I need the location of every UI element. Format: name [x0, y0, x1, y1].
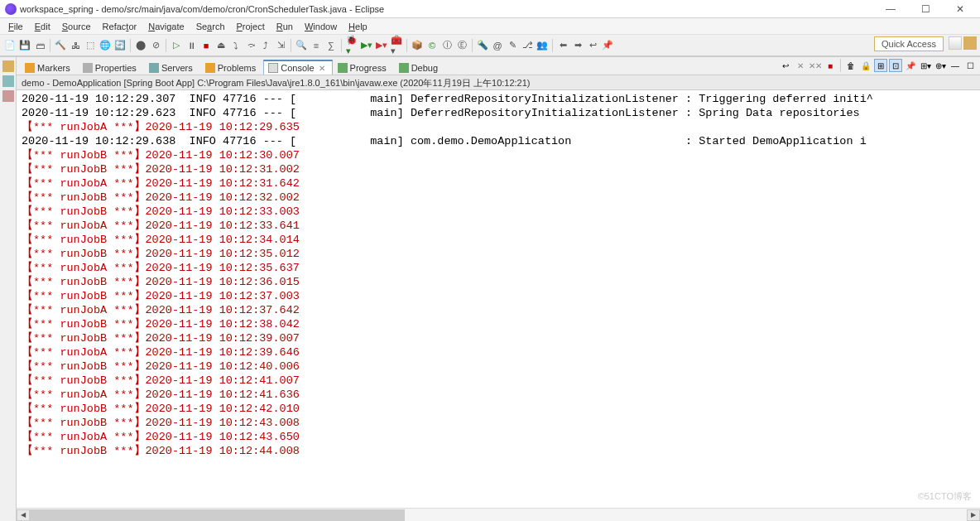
show-console-icon[interactable]: ⊞	[874, 59, 887, 72]
new-icon[interactable]: 📄	[3, 39, 17, 52]
restore-view-icon[interactable]	[2, 75, 14, 87]
clear-console-icon[interactable]: 🗑	[844, 59, 858, 72]
resume-icon[interactable]: ▷	[170, 39, 183, 52]
expressions-icon[interactable]: ∑	[324, 39, 338, 52]
scroll-track[interactable]	[30, 509, 967, 521]
task-icon[interactable]: ✎	[506, 39, 519, 52]
scroll-left-icon[interactable]: ◀	[17, 509, 30, 521]
save-icon[interactable]: 💾	[18, 39, 31, 52]
console-line: 【*** runJobA ***】2020-11-19 10:12:39.646	[22, 345, 975, 359]
debug-dropdown-icon[interactable]: 🐞▾	[345, 39, 358, 52]
console-line: 【*** runJobB ***】2020-11-19 10:12:39.007	[22, 331, 975, 345]
maximize-view-icon[interactable]: ☐	[963, 59, 977, 72]
drop-frame-icon[interactable]: ⇲	[274, 39, 287, 52]
pin-console-icon[interactable]: 📌	[904, 59, 917, 72]
team-icon[interactable]: 👥	[536, 39, 549, 52]
show-console-err-icon[interactable]: ⊡	[889, 59, 902, 72]
servers-icon[interactable]: 🖧	[69, 39, 82, 52]
console-line: 【*** runJobB ***】2020-11-19 10:12:43.008	[22, 416, 975, 430]
remove-launch-icon[interactable]: ✕	[794, 59, 807, 72]
breakpoint-icon[interactable]: ⬤	[134, 39, 147, 52]
run-dropdown-icon[interactable]: ▶▾	[360, 39, 373, 52]
tab-label: Debug	[411, 63, 438, 73]
pause-icon[interactable]: ⏸	[185, 39, 198, 52]
variables-icon[interactable]: ≡	[310, 39, 323, 52]
remove-all-icon[interactable]: ✕✕	[809, 59, 822, 72]
separator	[166, 39, 166, 52]
menu-file[interactable]: File	[3, 20, 28, 33]
restore-view-icon[interactable]	[2, 90, 14, 102]
minimize-button[interactable]: —	[879, 3, 902, 15]
new-class-icon[interactable]: ©	[425, 39, 439, 52]
open-type-icon[interactable]: 🔍	[295, 39, 308, 52]
close-tab-icon[interactable]: ✕	[319, 64, 325, 73]
tab-markers[interactable]: Markers	[20, 60, 78, 75]
disconnect-icon[interactable]: ⏏	[214, 39, 228, 52]
tab-label: Problems	[218, 63, 256, 73]
java-perspective-icon[interactable]	[963, 36, 977, 50]
display-selected-icon[interactable]: ⊞▾	[919, 59, 932, 72]
git-icon[interactable]: ⎇	[521, 39, 534, 52]
save-all-icon[interactable]: 🗃	[33, 39, 46, 52]
ext-tools-icon[interactable]: 🧰▾	[390, 39, 403, 52]
annotations-icon[interactable]: @	[491, 39, 504, 52]
menu-window[interactable]: Window	[300, 20, 342, 33]
menu-edit[interactable]: Edit	[30, 20, 55, 33]
menu-refactor[interactable]: Refactor	[98, 20, 142, 33]
menu-source[interactable]: Source	[57, 20, 96, 33]
close-button[interactable]: ✕	[949, 3, 972, 15]
open-perspective-icon[interactable]	[949, 36, 962, 50]
stop-icon[interactable]: ■	[199, 39, 213, 52]
menu-help[interactable]: Help	[343, 20, 372, 33]
scroll-thumb[interactable]	[30, 509, 405, 521]
console-output[interactable]: 2020-11-19 10:12:29.307 INFO 47716 --- […	[17, 90, 980, 508]
new-interface-icon[interactable]: Ⓘ	[440, 39, 454, 52]
terminate-icon[interactable]: ■	[824, 59, 837, 72]
step-over-icon[interactable]: ⤼	[244, 39, 257, 52]
console-line: 【*** runJobB ***】2020-11-19 10:12:33.003	[22, 205, 975, 219]
forward-icon[interactable]: ➡	[571, 39, 584, 52]
quick-access[interactable]: Quick Access	[874, 36, 944, 51]
search-icon[interactable]: 🔦	[476, 39, 489, 52]
tab-properties[interactable]: Properties	[78, 60, 144, 75]
maximize-button[interactable]: ☐	[914, 3, 937, 15]
console-line: 【*** runJobB ***】2020-11-19 10:12:38.042	[22, 317, 975, 331]
last-edit-icon[interactable]: ↩	[586, 39, 599, 52]
skip-bp-icon[interactable]: ⊘	[149, 39, 162, 52]
step-return-icon[interactable]: ⤴	[259, 39, 272, 52]
toggle-wrap-icon[interactable]: ↩	[779, 59, 792, 72]
open-console-icon[interactable]: ⊕▾	[934, 59, 947, 72]
menu-search[interactable]: Search	[191, 20, 230, 33]
new-enum-icon[interactable]: Ⓔ	[455, 39, 468, 52]
console-line: 【*** runJobA ***】2020-11-19 10:12:37.642	[22, 303, 975, 317]
menu-run[interactable]: Run	[271, 20, 298, 33]
console-launch-desc: demo - DemoApplication [Spring Boot App]…	[17, 75, 980, 90]
h-scrollbar[interactable]: ◀ ▶	[17, 508, 980, 521]
menu-project[interactable]: Project	[232, 20, 270, 33]
tab-servers[interactable]: Servers	[144, 60, 200, 75]
console-line: 【*** runJobB ***】2020-11-19 10:12:36.015	[22, 275, 975, 289]
toggle-icon[interactable]: ⬚	[84, 39, 97, 52]
restore-view-icon[interactable]	[2, 60, 14, 72]
console-line: 【*** runJobB ***】2020-11-19 10:12:40.006	[22, 359, 975, 374]
tab-progress[interactable]: Progress	[333, 60, 394, 75]
coverage-icon[interactable]: ▶▾	[375, 39, 388, 52]
tab-console[interactable]: Console✕	[263, 60, 332, 75]
build-icon[interactable]: 🔨	[54, 39, 67, 52]
tab-debug[interactable]: Debug	[394, 60, 445, 75]
refresh-icon[interactable]: 🔄	[113, 39, 127, 52]
menu-navigate[interactable]: Navigate	[143, 20, 189, 33]
pin-icon[interactable]: 📌	[601, 39, 614, 52]
new-package-icon[interactable]: 📦	[411, 39, 424, 52]
left-trim	[0, 57, 17, 521]
step-into-icon[interactable]: ⤵	[229, 39, 243, 52]
console-line: 【*** runJobB ***】2020-11-19 10:12:42.010	[22, 402, 975, 416]
scroll-right-icon[interactable]: ▶	[967, 509, 980, 521]
globe-icon[interactable]: 🌐	[98, 39, 112, 52]
watermark: ©51CTO博客	[918, 490, 972, 503]
scroll-lock-icon[interactable]: 🔒	[859, 59, 872, 72]
console-line: 【*** runJobB ***】2020-11-19 10:12:30.007	[22, 148, 975, 162]
tab-problems[interactable]: Problems	[200, 60, 263, 75]
minimize-view-icon[interactable]: —	[949, 59, 962, 72]
back-icon[interactable]: ⬅	[556, 39, 569, 52]
